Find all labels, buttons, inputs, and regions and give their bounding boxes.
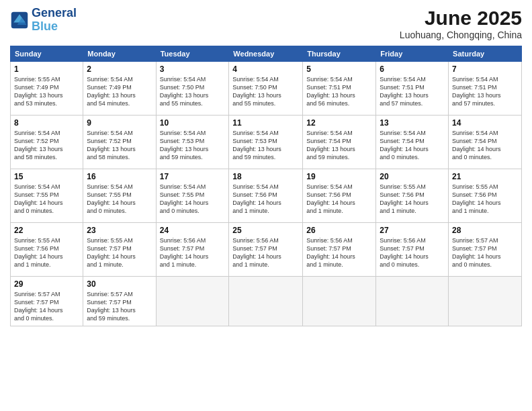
day-info: Sunrise: 5:54 AM Sunset: 7:54 PM Dayligh… <box>306 129 372 162</box>
table-row: 9Sunrise: 5:54 AM Sunset: 7:52 PM Daylig… <box>83 116 156 169</box>
main-title: June 2025 <box>400 7 522 30</box>
day-number: 6 <box>380 64 445 74</box>
day-info: Sunrise: 5:56 AM Sunset: 7:57 PM Dayligh… <box>160 236 226 269</box>
day-info: Sunrise: 5:55 AM Sunset: 7:56 PM Dayligh… <box>380 183 445 216</box>
table-row: 2Sunrise: 5:54 AM Sunset: 7:49 PM Daylig… <box>83 62 156 116</box>
table-row: 23Sunrise: 5:55 AM Sunset: 7:57 PM Dayli… <box>83 223 156 277</box>
table-row: 26Sunrise: 5:56 AM Sunset: 7:57 PM Dayli… <box>303 223 376 277</box>
day-info: Sunrise: 5:54 AM Sunset: 7:56 PM Dayligh… <box>232 183 299 216</box>
table-row: 18Sunrise: 5:54 AM Sunset: 7:56 PM Dayli… <box>229 169 303 223</box>
day-info: Sunrise: 5:57 AM Sunset: 7:57 PM Dayligh… <box>452 236 518 269</box>
day-number: 15 <box>14 172 79 181</box>
day-info: Sunrise: 5:56 AM Sunset: 7:57 PM Dayligh… <box>232 236 299 269</box>
day-number: 10 <box>160 118 226 128</box>
col-thursday: Thursday <box>303 46 376 62</box>
table-row <box>229 277 303 326</box>
day-number: 16 <box>87 172 152 181</box>
table-row <box>303 277 376 326</box>
col-wednesday: Wednesday <box>229 46 303 62</box>
header: General Blue June 2025 Luohuang, Chongqi… <box>10 7 522 40</box>
day-number: 24 <box>160 226 226 235</box>
day-info: Sunrise: 5:54 AM Sunset: 7:54 PM Dayligh… <box>380 129 445 162</box>
table-row: 28Sunrise: 5:57 AM Sunset: 7:57 PM Dayli… <box>449 223 522 277</box>
logo-text: General Blue <box>32 7 77 34</box>
table-row: 19Sunrise: 5:54 AM Sunset: 7:56 PM Dayli… <box>303 169 376 223</box>
day-number: 5 <box>306 64 372 74</box>
day-info: Sunrise: 5:57 AM Sunset: 7:57 PM Dayligh… <box>14 290 79 323</box>
day-number: 2 <box>87 64 152 74</box>
day-info: Sunrise: 5:54 AM Sunset: 7:51 PM Dayligh… <box>380 75 445 108</box>
day-number: 1 <box>14 64 79 74</box>
day-info: Sunrise: 5:54 AM Sunset: 7:52 PM Dayligh… <box>14 129 79 162</box>
day-number: 19 <box>306 172 372 181</box>
table-row: 1Sunrise: 5:55 AM Sunset: 7:49 PM Daylig… <box>11 62 83 116</box>
day-info: Sunrise: 5:54 AM Sunset: 7:50 PM Dayligh… <box>232 75 299 108</box>
day-number: 30 <box>87 279 152 289</box>
table-row: 17Sunrise: 5:54 AM Sunset: 7:55 PM Dayli… <box>156 169 229 223</box>
day-number: 23 <box>87 226 152 235</box>
table-row: 25Sunrise: 5:56 AM Sunset: 7:57 PM Dayli… <box>229 223 303 277</box>
table-row: 15Sunrise: 5:54 AM Sunset: 7:55 PM Dayli… <box>11 169 83 223</box>
page: General Blue June 2025 Luohuang, Chongqi… <box>0 0 532 411</box>
table-row: 6Sunrise: 5:54 AM Sunset: 7:51 PM Daylig… <box>376 62 449 116</box>
day-info: Sunrise: 5:55 AM Sunset: 7:49 PM Dayligh… <box>14 75 79 108</box>
day-info: Sunrise: 5:54 AM Sunset: 7:51 PM Dayligh… <box>452 75 518 108</box>
table-row: 22Sunrise: 5:55 AM Sunset: 7:56 PM Dayli… <box>11 223 83 277</box>
table-row: 29Sunrise: 5:57 AM Sunset: 7:57 PM Dayli… <box>11 277 83 326</box>
day-number: 29 <box>14 279 79 289</box>
table-row: 30Sunrise: 5:57 AM Sunset: 7:57 PM Dayli… <box>83 277 156 326</box>
day-number: 11 <box>232 118 299 128</box>
day-info: Sunrise: 5:54 AM Sunset: 7:53 PM Dayligh… <box>160 129 226 162</box>
day-number: 8 <box>14 118 79 128</box>
table-row: 12Sunrise: 5:54 AM Sunset: 7:54 PM Dayli… <box>303 116 376 169</box>
day-number: 22 <box>14 226 79 235</box>
table-row: 14Sunrise: 5:54 AM Sunset: 7:54 PM Dayli… <box>449 116 522 169</box>
day-number: 17 <box>160 172 226 181</box>
day-info: Sunrise: 5:54 AM Sunset: 7:50 PM Dayligh… <box>160 75 226 108</box>
day-info: Sunrise: 5:55 AM Sunset: 7:56 PM Dayligh… <box>452 183 518 216</box>
day-info: Sunrise: 5:54 AM Sunset: 7:55 PM Dayligh… <box>160 183 226 216</box>
calendar: Sunday Monday Tuesday Wednesday Thursday… <box>10 46 522 326</box>
table-row: 21Sunrise: 5:55 AM Sunset: 7:56 PM Dayli… <box>449 169 522 223</box>
table-row: 11Sunrise: 5:54 AM Sunset: 7:53 PM Dayli… <box>229 116 303 169</box>
day-number: 14 <box>452 118 518 128</box>
day-number: 21 <box>452 172 518 181</box>
table-row: 3Sunrise: 5:54 AM Sunset: 7:50 PM Daylig… <box>156 62 229 116</box>
day-number: 4 <box>232 64 299 74</box>
table-row: 27Sunrise: 5:56 AM Sunset: 7:57 PM Dayli… <box>376 223 449 277</box>
logo-icon <box>10 11 29 30</box>
day-info: Sunrise: 5:54 AM Sunset: 7:49 PM Dayligh… <box>87 75 152 108</box>
day-number: 26 <box>306 226 372 235</box>
subtitle: Luohuang, Chongqing, China <box>400 30 522 40</box>
day-number: 7 <box>452 64 518 74</box>
col-monday: Monday <box>83 46 156 62</box>
table-row: 13Sunrise: 5:54 AM Sunset: 7:54 PM Dayli… <box>376 116 449 169</box>
day-info: Sunrise: 5:55 AM Sunset: 7:57 PM Dayligh… <box>87 236 152 269</box>
day-info: Sunrise: 5:54 AM Sunset: 7:54 PM Dayligh… <box>452 129 518 162</box>
day-number: 28 <box>452 226 518 235</box>
day-info: Sunrise: 5:54 AM Sunset: 7:55 PM Dayligh… <box>14 183 79 216</box>
table-row: 10Sunrise: 5:54 AM Sunset: 7:53 PM Dayli… <box>156 116 229 169</box>
table-row: 24Sunrise: 5:56 AM Sunset: 7:57 PM Dayli… <box>156 223 229 277</box>
day-info: Sunrise: 5:54 AM Sunset: 7:55 PM Dayligh… <box>87 183 152 216</box>
day-number: 27 <box>380 226 445 235</box>
day-number: 9 <box>87 118 152 128</box>
table-row: 8Sunrise: 5:54 AM Sunset: 7:52 PM Daylig… <box>11 116 83 169</box>
col-saturday: Saturday <box>449 46 522 62</box>
day-number: 18 <box>232 172 299 181</box>
day-info: Sunrise: 5:57 AM Sunset: 7:57 PM Dayligh… <box>87 290 152 323</box>
table-row: 4Sunrise: 5:54 AM Sunset: 7:50 PM Daylig… <box>229 62 303 116</box>
table-row: 16Sunrise: 5:54 AM Sunset: 7:55 PM Dayli… <box>83 169 156 223</box>
col-sunday: Sunday <box>11 46 83 62</box>
day-number: 12 <box>306 118 372 128</box>
day-info: Sunrise: 5:54 AM Sunset: 7:51 PM Dayligh… <box>306 75 372 108</box>
table-row <box>376 277 449 326</box>
logo-line1: General <box>32 7 77 20</box>
header-row: Sunday Monday Tuesday Wednesday Thursday… <box>11 46 522 62</box>
title-section: June 2025 Luohuang, Chongqing, China <box>400 7 522 40</box>
table-row: 7Sunrise: 5:54 AM Sunset: 7:51 PM Daylig… <box>449 62 522 116</box>
day-info: Sunrise: 5:56 AM Sunset: 7:57 PM Dayligh… <box>380 236 445 269</box>
table-row <box>449 277 522 326</box>
day-info: Sunrise: 5:56 AM Sunset: 7:57 PM Dayligh… <box>306 236 372 269</box>
day-info: Sunrise: 5:54 AM Sunset: 7:53 PM Dayligh… <box>232 129 299 162</box>
